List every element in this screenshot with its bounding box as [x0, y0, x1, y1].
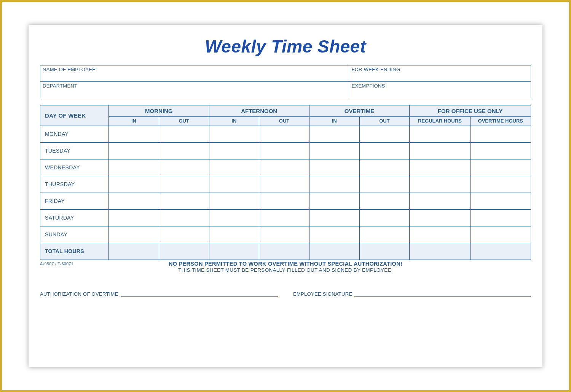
employee-info-section: NAME OF EMPLOYEE FOR WEEK ENDING DEPARTM…	[40, 65, 531, 98]
department-field[interactable]: DEPARTMENT	[40, 82, 349, 98]
regular-hours-cell[interactable]	[410, 176, 470, 193]
regular-hours-cell[interactable]	[410, 159, 470, 176]
total-cell[interactable]	[209, 243, 259, 260]
name-of-employee-field[interactable]: NAME OF EMPLOYEE	[40, 65, 349, 82]
col-afternoon: AFTERNOON	[209, 105, 309, 117]
col-regular-hours: REGULAR HOURS	[410, 117, 470, 126]
col-overtime-out: OUT	[359, 117, 410, 126]
exemptions-field[interactable]: EXEMPTIONS	[349, 82, 531, 98]
afternoon-out-cell[interactable]	[259, 226, 309, 243]
overtime-hours-cell[interactable]	[470, 176, 531, 193]
overtime-warning: NO PERSON PERMITTED TO WORK OVERTIME WIT…	[40, 261, 531, 267]
form-title: Weekly Time Sheet	[40, 36, 531, 57]
total-cell[interactable]	[470, 243, 531, 260]
overtime-out-cell[interactable]	[359, 142, 410, 159]
afternoon-in-cell[interactable]	[209, 209, 259, 226]
overtime-hours-cell[interactable]	[470, 142, 531, 159]
time-entry-table: DAY OF WEEK MORNING AFTERNOON OVERTIME F…	[40, 105, 531, 260]
table-row: FRIDAY	[40, 193, 531, 209]
afternoon-in-cell[interactable]	[209, 226, 259, 243]
week-ending-field[interactable]: FOR WEEK ENDING	[349, 65, 531, 82]
afternoon-out-cell[interactable]	[259, 142, 309, 159]
afternoon-out-cell[interactable]	[259, 159, 309, 176]
col-overtime-in: IN	[309, 117, 359, 126]
table-row: MONDAY	[40, 126, 531, 142]
day-label: SATURDAY	[40, 209, 109, 226]
overtime-in-cell[interactable]	[309, 176, 359, 193]
overtime-out-cell[interactable]	[359, 159, 410, 176]
regular-hours-cell[interactable]	[410, 142, 470, 159]
col-morning: MORNING	[109, 105, 209, 117]
day-label: SUNDAY	[40, 226, 109, 243]
overtime-hours-cell[interactable]	[470, 126, 531, 142]
day-label: WEDNESDAY	[40, 159, 109, 176]
afternoon-in-cell[interactable]	[209, 126, 259, 142]
overtime-hours-cell[interactable]	[470, 159, 531, 176]
regular-hours-cell[interactable]	[410, 193, 470, 209]
afternoon-in-cell[interactable]	[209, 176, 259, 193]
morning-out-cell[interactable]	[159, 193, 209, 209]
employee-signature-field[interactable]: EMPLOYEE SIGNATURE	[293, 291, 531, 297]
table-row: WEDNESDAY	[40, 159, 531, 176]
col-morning-in: IN	[109, 117, 159, 126]
morning-out-cell[interactable]	[159, 176, 209, 193]
morning-out-cell[interactable]	[159, 159, 209, 176]
regular-hours-cell[interactable]	[410, 126, 470, 142]
overtime-in-cell[interactable]	[309, 142, 359, 159]
afternoon-out-cell[interactable]	[259, 193, 309, 209]
morning-in-cell[interactable]	[109, 176, 159, 193]
morning-out-cell[interactable]	[159, 126, 209, 142]
table-row: SATURDAY	[40, 209, 531, 226]
morning-in-cell[interactable]	[109, 193, 159, 209]
overtime-out-cell[interactable]	[359, 176, 410, 193]
overtime-out-cell[interactable]	[359, 209, 410, 226]
morning-in-cell[interactable]	[109, 159, 159, 176]
morning-out-cell[interactable]	[159, 209, 209, 226]
overtime-in-cell[interactable]	[309, 226, 359, 243]
morning-out-cell[interactable]	[159, 142, 209, 159]
employee-signature-label: EMPLOYEE SIGNATURE	[293, 291, 352, 297]
col-office-use: FOR OFFICE USE ONLY	[410, 105, 531, 117]
afternoon-in-cell[interactable]	[209, 193, 259, 209]
morning-in-cell[interactable]	[109, 126, 159, 142]
overtime-out-cell[interactable]	[359, 226, 410, 243]
afternoon-out-cell[interactable]	[259, 176, 309, 193]
table-row: THURSDAY	[40, 176, 531, 193]
afternoon-out-cell[interactable]	[259, 126, 309, 142]
total-cell[interactable]	[259, 243, 309, 260]
morning-in-cell[interactable]	[109, 142, 159, 159]
morning-out-cell[interactable]	[159, 226, 209, 243]
col-afternoon-out: OUT	[259, 117, 309, 126]
morning-in-cell[interactable]	[109, 209, 159, 226]
total-cell[interactable]	[410, 243, 470, 260]
regular-hours-cell[interactable]	[410, 226, 470, 243]
table-row: TUESDAY	[40, 142, 531, 159]
overtime-in-cell[interactable]	[309, 193, 359, 209]
total-cell[interactable]	[359, 243, 410, 260]
notice-section: NO PERSON PERMITTED TO WORK OVERTIME WIT…	[40, 261, 531, 273]
col-morning-out: OUT	[159, 117, 209, 126]
overtime-out-cell[interactable]	[359, 193, 410, 209]
morning-in-cell[interactable]	[109, 226, 159, 243]
total-cell[interactable]	[309, 243, 359, 260]
overtime-in-cell[interactable]	[309, 159, 359, 176]
afternoon-in-cell[interactable]	[209, 142, 259, 159]
overtime-in-cell[interactable]	[309, 209, 359, 226]
total-hours-row: TOTAL HOURS	[40, 243, 531, 260]
afternoon-out-cell[interactable]	[259, 209, 309, 226]
overtime-hours-cell[interactable]	[470, 209, 531, 226]
day-label: MONDAY	[40, 126, 109, 142]
timesheet-form: Weekly Time Sheet NAME OF EMPLOYEE FOR W…	[29, 25, 542, 367]
total-cell[interactable]	[159, 243, 209, 260]
afternoon-in-cell[interactable]	[209, 159, 259, 176]
signature-section: AUTHORIZATION OF OVERTIME EMPLOYEE SIGNA…	[40, 291, 531, 297]
overtime-hours-cell[interactable]	[470, 226, 531, 243]
col-overtime-hours: OVERTIME HOURS	[470, 117, 531, 126]
overtime-in-cell[interactable]	[309, 126, 359, 142]
overtime-out-cell[interactable]	[359, 126, 410, 142]
total-cell[interactable]	[109, 243, 159, 260]
authorization-signature-field[interactable]: AUTHORIZATION OF OVERTIME	[40, 291, 278, 297]
col-day-of-week: DAY OF WEEK	[40, 105, 109, 126]
overtime-hours-cell[interactable]	[470, 193, 531, 209]
regular-hours-cell[interactable]	[410, 209, 470, 226]
